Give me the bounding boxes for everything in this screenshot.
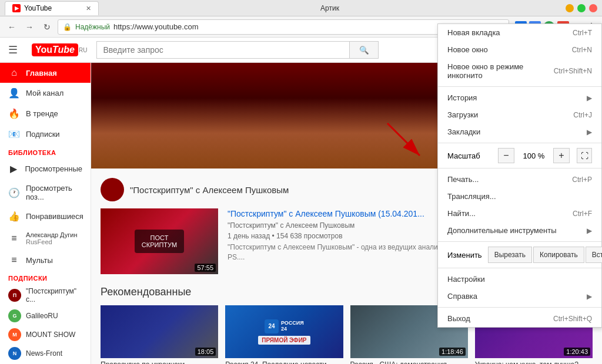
menu-new-tab[interactable]: Новая вкладка Ctrl+T [438,24,601,41]
home-icon: ⌂ [8,68,20,78]
sub-avatar-postscriptum: П [8,289,21,302]
menu-find-shortcut: Ctrl+F [573,210,592,218]
library-cartoons[interactable]: ≡ Мульты [0,250,91,270]
nav-home[interactable]: ⌂ Главная [0,63,91,83]
menu-edit-label: Изменить [443,248,487,262]
menu-incognito-shortcut: Ctrl+Shift+N [554,67,592,75]
featured-channel-avatar [101,178,124,201]
menu-bookmarks-arrow: ▶ [587,128,592,136]
menu-find[interactable]: Найти... Ctrl+F [438,205,601,222]
menu-exit-shortcut: Ctrl+Shift+Q [553,315,592,323]
rec-live-badge-num: 24 [265,319,279,333]
reload-button[interactable]: ↻ [40,20,54,34]
menu-tools[interactable]: Дополнительные инструменты ▶ [438,222,601,239]
sub-news-front[interactable]: N News-Front [0,344,91,363]
menu-print[interactable]: Печать... Ctrl+P [438,171,601,188]
browser-tab[interactable]: ▶ YouTube ✕ [5,1,99,15]
menu-print-shortcut: Ctrl+P [572,176,592,184]
nav-subscriptions[interactable]: 📧 Подписки [0,124,91,144]
menu-zoom-row: Масштаб − 100 % + ⛶ [438,146,601,166]
hamburger-menu[interactable]: ☰ [8,43,18,56]
maximize-button[interactable] [577,4,586,12]
menu-bookmarks[interactable]: Закладки ▶ [438,123,601,140]
search-bar: 🔍 [96,41,379,59]
sub-mount-show[interactable]: M MOUNT SHOW [0,325,91,344]
menu-incognito-label: Новое окно в режиме инкогнито [447,62,554,80]
rec-duration-3: 1:18:46 [439,348,466,356]
menu-help-label: Справка [447,292,477,301]
zoom-value: 100 % [519,151,549,160]
featured-duration: 57:55 [195,264,216,272]
tab-close-button[interactable]: ✕ [86,5,91,12]
rec-card-2[interactable]: 24 РОССИЯ24 ПРЯМОЙ ЭФИР Россия 24. После… [225,305,343,364]
rec-thumb-2: 24 РОССИЯ24 ПРЯМОЙ ЭФИР [225,305,343,358]
close-button[interactable] [589,4,597,12]
menu-help[interactable]: Справка ▶ [438,288,601,305]
rec-live-badge: ПРЯМОЙ ЭФИР [258,336,310,345]
library-watch-later-label: Просмотреть поз... [26,184,82,201]
featured-thumb[interactable]: ПОСТСКРИПТУМ 57:55 [101,208,218,274]
menu-downloads-shortcut: Ctrl+J [573,111,592,119]
rec-title-1: Правосудие по-украински... [101,360,218,364]
menu-incognito[interactable]: Новое окно в режиме инкогнито Ctrl+Shift… [438,58,601,84]
menu-history-arrow: ▶ [587,94,592,102]
menu-copy-button[interactable]: Копировать [533,247,584,263]
library-watched[interactable]: ▶ Просмотренные [0,159,91,179]
menu-paste-button[interactable]: Вставить [586,247,602,263]
sidebar: ⌂ Главная 👤 Мой канал 🔥 В тренде 📧 Подпи… [0,63,91,364]
person-icon: 👤 [8,87,20,99]
menu-new-window[interactable]: Новое окно Ctrl+N [438,41,601,58]
trending-icon: 🔥 [8,108,20,119]
zoom-minus-button[interactable]: − [498,148,514,163]
sub-label-mount-show: MOUNT SHOW [26,331,75,339]
sub-avatar-news-front: N [8,347,21,360]
back-button[interactable]: ← [5,20,19,34]
yt-logo-text: YouTube [32,43,78,56]
library-liked[interactable]: 👍 Понравившиеся [0,206,91,227]
secure-label: Надёжный [75,23,110,31]
menu-zoom-label: Масштаб [447,151,493,160]
titlebar: ▶ YouTube ✕ Артик [0,0,602,16]
menu-cast[interactable]: Трансляция... [438,188,601,205]
nav-subscriptions-label: Подписки [26,130,60,139]
minimize-button[interactable] [566,4,574,12]
library-playlist-label: Александр ДугинRusFeed [26,231,78,245]
menu-history[interactable]: История ▶ [438,89,601,106]
watch-later-icon: 🕐 [8,187,20,198]
menu-new-window-label: Новое окно [447,45,488,54]
yt-logo[interactable]: YouTube RU [32,43,87,56]
menu-exit[interactable]: Выход Ctrl+Shift+Q [438,310,601,327]
menu-settings-label: Настройки [447,275,485,284]
nav-my-channel-label: Мой канал [26,89,63,97]
featured-channel-name: "Постскриптум" с Алексеем Пушковым [130,185,289,195]
rec-card-1[interactable]: 18:05 Правосудие по-украински... Россия … [101,305,218,364]
sub-galileo[interactable]: G GalileoRU [0,306,91,325]
menu-cut-button[interactable]: Вырезать [488,247,532,263]
menu-edit-row: Изменить Вырезать Копировать Вставить [438,244,601,265]
sub-postscriptum[interactable]: П "Постскриптум" с... [0,284,91,306]
zoom-plus-button[interactable]: + [553,148,570,163]
menu-downloads[interactable]: Загрузки Ctrl+J [438,106,601,123]
address-url: https://www.youtube.com [113,22,493,31]
library-watched-label: Просмотренные [25,164,82,173]
library-cartoons-label: Мульты [26,256,53,265]
menu-divider-2 [438,143,601,143]
menu-bookmarks-label: Закладки [447,127,480,136]
menu-exit-label: Выход [447,314,470,323]
search-button[interactable]: 🔍 [349,41,379,59]
library-watch-later[interactable]: 🕐 Просмотреть поз... [0,179,91,206]
menu-settings[interactable]: Настройки [438,271,601,288]
nav-trending[interactable]: 🔥 В тренде [0,103,91,124]
sub-avatar-galileo: G [8,309,21,322]
zoom-fullscreen-button[interactable]: ⛶ [577,148,592,163]
rec-duration-4: 1:20:43 [564,348,590,356]
forward-button[interactable]: → [22,20,36,34]
search-input[interactable] [96,41,349,59]
sub-label-galileo: GalileoRU [26,312,58,320]
library-playlist[interactable]: ≡ Александр ДугинRusFeed [0,227,91,250]
rec-live-channel-name: РОССИЯ24 [281,321,304,332]
rec-thumb-1: 18:05 [101,305,218,358]
menu-tools-label: Дополнительные инструменты [447,226,557,235]
rec-title-2: Россия 24. Последние новости России и... [225,360,343,364]
nav-my-channel[interactable]: 👤 Мой канал [0,83,91,103]
